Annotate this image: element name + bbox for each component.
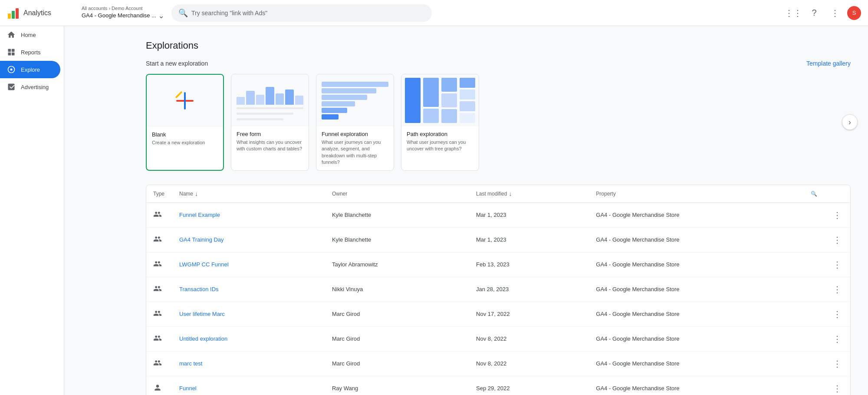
row-property: GA4 - Google Merchandise Store xyxy=(589,227,824,252)
row-more-actions[interactable]: ⋮ xyxy=(824,376,850,395)
more-button[interactable]: ⋮ xyxy=(831,382,843,395)
free-form-card-title: Free form xyxy=(237,131,303,137)
row-more-actions[interactable]: ⋮ xyxy=(824,302,850,326)
sidebar-item-advertising[interactable]: Advertising xyxy=(0,78,60,96)
table-row: LWGMP CC FunnelTaylor AbramowitzFeb 13, … xyxy=(146,252,850,277)
funnel-card-preview xyxy=(316,74,394,126)
sidebar-item-reports[interactable]: Reports xyxy=(0,43,60,61)
row-last-modified: Jan 28, 2023 xyxy=(469,277,589,302)
row-more-actions[interactable]: ⋮ xyxy=(824,277,850,302)
sidebar-item-explore[interactable]: Explore xyxy=(0,61,60,78)
row-owner: Marc Girod xyxy=(325,302,469,326)
sidebar-item-home[interactable]: Home xyxy=(0,26,60,43)
row-more-actions[interactable]: ⋮ xyxy=(824,326,850,351)
row-more-actions[interactable]: ⋮ xyxy=(824,252,850,277)
row-more-actions[interactable]: ⋮ xyxy=(824,202,850,227)
row-name[interactable]: User lifetime Marc xyxy=(172,302,325,326)
row-owner: Kyle Blanchette xyxy=(325,227,469,252)
property-name[interactable]: GA4 - Google Merchandise ... ⌄ xyxy=(82,11,164,20)
svg-rect-1 xyxy=(12,11,15,19)
row-owner: Ray Wang xyxy=(325,376,469,395)
table-row: FunnelRay WangSep 29, 2022GA4 - Google M… xyxy=(146,376,850,395)
explorations-table: Type Name ↓ Owner Last modified ↓ xyxy=(146,185,851,395)
svg-rect-5 xyxy=(8,53,11,56)
more-options-button[interactable]: ⋮ xyxy=(826,4,844,22)
row-type-icon xyxy=(146,302,172,326)
advertising-icon xyxy=(7,83,16,91)
brand: Analytics xyxy=(7,7,71,20)
row-more-actions[interactable]: ⋮ xyxy=(824,351,850,376)
row-name[interactable]: Funnel Example xyxy=(172,202,325,227)
row-property: GA4 - Google Merchandise Store xyxy=(589,202,824,227)
table-row: GA4 Training DayKyle BlanchetteMar 1, 20… xyxy=(146,227,850,252)
row-owner: Kyle Blanchette xyxy=(325,202,469,227)
row-name[interactable]: GA4 Training Day xyxy=(172,227,325,252)
row-last-modified: Mar 1, 2023 xyxy=(469,202,589,227)
home-icon xyxy=(7,30,16,39)
section-header: Start a new exploration Template gallery xyxy=(146,60,851,67)
more-button[interactable]: ⋮ xyxy=(831,233,843,247)
topbar-actions: ⋮⋮ ? ⋮ S xyxy=(785,4,861,22)
template-card-path[interactable]: Path exploration What user journeys can … xyxy=(401,74,479,171)
template-gallery-link[interactable]: Template gallery xyxy=(806,60,851,67)
svg-rect-6 xyxy=(12,53,15,56)
account-selector[interactable]: All accounts › Demo Account GA4 - Google… xyxy=(82,6,164,20)
path-card-info: Path exploration What user journeys can … xyxy=(401,126,479,157)
table-row: marc testMarc GirodNov 8, 2022GA4 - Goog… xyxy=(146,351,850,376)
more-button[interactable]: ⋮ xyxy=(831,258,843,272)
col-owner: Owner xyxy=(325,185,469,203)
apps-button[interactable]: ⋮⋮ xyxy=(785,4,802,22)
path-card-title: Path exploration xyxy=(407,131,473,137)
row-name[interactable]: Transaction IDs xyxy=(172,277,325,302)
property-search-icon[interactable]: 🔍 xyxy=(811,191,817,197)
row-owner: Marc Girod xyxy=(325,326,469,351)
row-name[interactable]: Funnel xyxy=(172,376,325,395)
col-name[interactable]: Name ↓ xyxy=(172,185,325,203)
row-name[interactable]: LWGMP CC Funnel xyxy=(172,252,325,277)
more-button[interactable]: ⋮ xyxy=(831,332,843,346)
row-last-modified: Mar 1, 2023 xyxy=(469,227,589,252)
template-card-blank[interactable]: Blank Create a new exploration xyxy=(146,74,224,171)
svg-rect-2 xyxy=(16,8,19,19)
sidebar-item-label-home: Home xyxy=(21,32,36,38)
template-card-funnel[interactable]: Funnel exploration What user journeys ca… xyxy=(316,74,394,171)
explore-icon xyxy=(7,65,16,74)
template-card-free-form[interactable]: Free form What insights can you uncover … xyxy=(231,74,309,171)
plus-icon xyxy=(174,90,195,111)
modified-sort-icon: ↓ xyxy=(509,190,512,197)
row-type-icon xyxy=(146,277,172,302)
help-button[interactable]: ? xyxy=(806,4,823,22)
row-name[interactable]: marc test xyxy=(172,351,325,376)
free-form-card-desc: What insights can you uncover with custo… xyxy=(237,139,303,153)
col-last-modified[interactable]: Last modified ↓ xyxy=(469,185,589,203)
more-button[interactable]: ⋮ xyxy=(831,357,843,371)
dropdown-arrow-icon: ⌄ xyxy=(158,11,164,20)
more-button[interactable]: ⋮ xyxy=(831,282,843,296)
row-property: GA4 - Google Merchandise Store xyxy=(589,376,824,395)
templates-next-button[interactable]: › xyxy=(842,114,858,130)
row-type-icon xyxy=(146,351,172,376)
templates-row: Blank Create a new exploration xyxy=(146,74,851,171)
user-avatar[interactable]: S xyxy=(847,6,861,20)
row-more-actions[interactable]: ⋮ xyxy=(824,227,850,252)
more-button[interactable]: ⋮ xyxy=(831,307,843,321)
search-bar[interactable]: 🔍 Try searching "link with Ads" xyxy=(171,4,432,22)
blank-card-preview xyxy=(147,75,223,127)
path-card-desc: What user journeys can you uncover with … xyxy=(407,139,473,153)
row-type-icon xyxy=(146,376,172,395)
name-sort-icon: ↓ xyxy=(195,190,198,197)
blank-card-desc: Create a new exploration xyxy=(152,139,218,146)
row-owner: Marc Girod xyxy=(325,351,469,376)
svg-rect-3 xyxy=(8,49,11,52)
row-name[interactable]: Untitled exploration xyxy=(172,326,325,351)
svg-point-8 xyxy=(10,69,13,71)
search-placeholder: Try searching "link with Ads" xyxy=(191,10,267,17)
row-type-icon xyxy=(146,326,172,351)
main-content: Explorations Start a new exploration Tem… xyxy=(128,26,868,395)
funnel-card-desc: What user journeys can you analyze, segm… xyxy=(322,139,388,166)
sidebar-item-label-explore: Explore xyxy=(21,66,40,73)
col-actions xyxy=(824,185,850,203)
row-type-icon xyxy=(146,252,172,277)
more-button[interactable]: ⋮ xyxy=(831,208,843,222)
row-property: GA4 - Google Merchandise Store xyxy=(589,277,824,302)
